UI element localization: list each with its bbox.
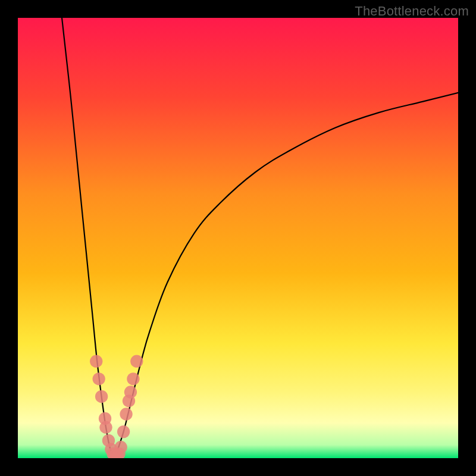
series-group xyxy=(62,18,458,458)
data-point xyxy=(117,425,130,438)
plot-area xyxy=(18,18,458,458)
series-right-branch xyxy=(115,93,458,458)
data-point xyxy=(90,355,102,368)
data-point xyxy=(120,408,132,420)
data-point xyxy=(99,421,112,434)
data-point xyxy=(95,390,108,403)
series-left-branch xyxy=(62,18,115,458)
data-point xyxy=(127,372,139,385)
watermark-text: TheBottleneck.com xyxy=(355,4,469,19)
data-point xyxy=(130,355,143,368)
data-point xyxy=(93,372,105,385)
chart-canvas xyxy=(18,18,458,458)
data-point xyxy=(124,386,137,398)
chart-frame: TheBottleneck.com xyxy=(0,0,476,476)
data-point xyxy=(115,441,127,453)
